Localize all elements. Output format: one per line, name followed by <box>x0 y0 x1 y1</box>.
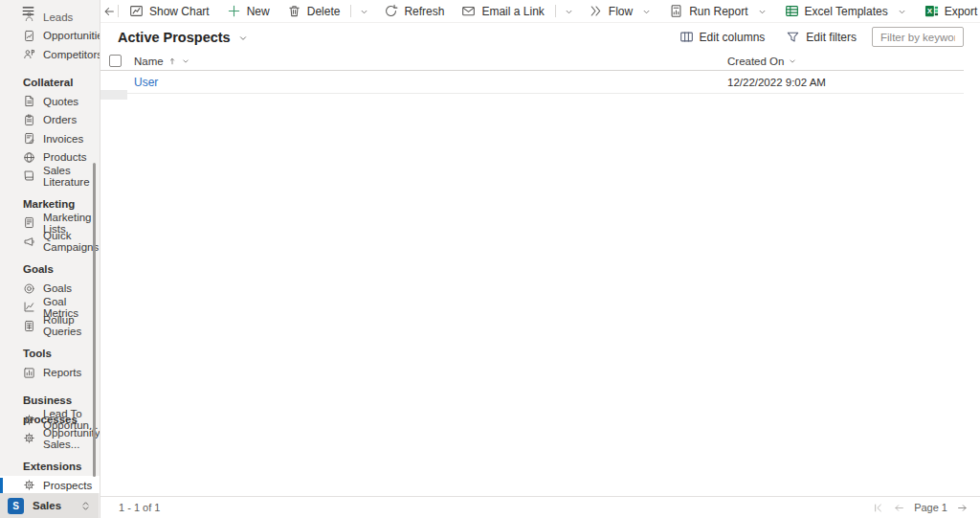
invoices-icon <box>23 132 35 145</box>
command-label: New <box>247 5 270 18</box>
status-bar: 1 - 1 of 1 Page 1 <box>100 496 980 518</box>
marketing-lists-icon <box>23 216 35 229</box>
process-gear-icon <box>23 432 35 444</box>
chevron-down-icon <box>564 7 574 17</box>
view-title-chevron-icon[interactable] <box>237 33 249 44</box>
opportunities-icon <box>23 30 35 42</box>
sidebar-group-header-extensions: Extensions <box>0 458 100 477</box>
sidebar-item-label: Leads <box>43 11 73 23</box>
select-all-checkbox[interactable] <box>109 55 122 67</box>
sidebar-item-label: Prospects <box>43 480 92 491</box>
email-link-icon <box>461 4 476 18</box>
delete-button[interactable]: Delete <box>278 0 349 22</box>
sidebar-item-orders[interactable]: Orders <box>0 111 100 130</box>
run-report-button[interactable]: Run Report <box>660 0 775 22</box>
edit-filters-label: Edit filters <box>806 31 857 44</box>
command-label: Delete <box>307 5 341 18</box>
sidebar-scrollbar-thumb[interactable] <box>93 163 96 477</box>
chevron-down-icon <box>359 7 369 17</box>
sidebar-item-quotes[interactable]: Quotes <box>0 92 100 111</box>
orders-icon <box>23 114 35 126</box>
sidebar-item-sales-literature[interactable]: Sales Literature <box>0 167 100 186</box>
excel-file-icon: X <box>924 4 939 18</box>
column-header-created-on[interactable]: Created On <box>727 51 797 71</box>
view-selector-bar: Active Prospects Edit columns Edit filte… <box>100 23 980 51</box>
view-title[interactable]: Active Prospects <box>118 30 231 45</box>
record-name-link[interactable]: User <box>134 71 158 94</box>
plus-icon <box>227 4 241 18</box>
first-page-icon[interactable] <box>872 502 884 514</box>
sidebar-item-quick-campaigns[interactable]: Quick Campaigns <box>0 233 100 252</box>
table-row[interactable]: User 12/22/2022 9:02 AM <box>100 71 964 94</box>
sidebar-item-label: Invoices <box>43 133 83 145</box>
sidebar-item-label: Quotes <box>43 96 78 107</box>
sidebar-item-opportunity-sales[interactable]: Opportunity Sales... <box>0 429 100 448</box>
filter-by-keyword-input[interactable] <box>872 27 964 47</box>
sidebar-item-opportunities[interactable]: Opportunities <box>0 27 100 46</box>
command-label: Show Chart <box>149 5 210 18</box>
back-arrow-icon <box>102 5 116 18</box>
edit-filters-button[interactable]: Edit filters <box>786 30 857 44</box>
flow-button[interactable]: Flow <box>580 0 660 22</box>
command-label: Run Report <box>689 5 747 18</box>
column-header-name[interactable]: Name <box>134 51 190 71</box>
command-label: Export to Excel <box>945 5 980 18</box>
chevron-down-icon <box>897 7 907 17</box>
edit-columns-button[interactable]: Edit columns <box>679 30 766 44</box>
grid-corner-shadow <box>100 90 127 100</box>
sidebar-item-label: Goals <box>43 282 72 294</box>
divider <box>118 5 119 17</box>
sidebar-item-label: Opportunity Sales... <box>43 427 100 450</box>
record-created-on: 12/22/2022 9:02 AM <box>727 71 826 94</box>
area-switcher-icon[interactable] <box>79 500 92 512</box>
email-a-link-dropdown-button[interactable] <box>558 0 580 22</box>
chevron-down-icon[interactable] <box>788 56 797 66</box>
chevron-down-icon[interactable] <box>181 56 190 66</box>
command-label: Excel Templates <box>805 5 888 18</box>
excel-templates-icon <box>785 4 799 18</box>
sidebar-item-prospects[interactable]: Prospects <box>0 476 100 493</box>
command-bar: Show ChartNewDeleteRefreshEmail a LinkFl… <box>100 0 980 23</box>
sidebar-item-invoices[interactable]: Invoices <box>0 129 100 148</box>
excel-templates-button[interactable]: Excel Templates <box>776 0 916 22</box>
rollup-queries-icon <box>23 320 35 332</box>
sidebar-item-label: Opportunities <box>43 30 100 41</box>
command-bar-buttons: Show ChartNewDeleteRefreshEmail a LinkFl… <box>121 0 980 22</box>
next-page-icon[interactable] <box>956 502 969 514</box>
refresh-button[interactable]: Refresh <box>375 0 453 22</box>
goal-metrics-icon <box>23 301 35 313</box>
process-gear-icon <box>23 479 35 491</box>
export-to-excel-button[interactable]: XExport to Excel <box>916 0 980 22</box>
sidebar-item-label: Sales Literature <box>43 165 100 188</box>
grid-header-row: Name Created On <box>100 51 964 71</box>
sales-literature-icon <box>23 169 35 182</box>
sidebar-item-label: Rollup Queries <box>43 314 100 337</box>
email-a-link-button[interactable]: Email a Link <box>453 0 552 22</box>
area-switcher[interactable]: S Sales <box>0 493 99 518</box>
record-count: 1 - 1 of 1 <box>119 502 160 513</box>
sidebar-item-reports[interactable]: Reports <box>0 364 100 383</box>
new-button[interactable]: New <box>218 0 278 22</box>
sitemap-sidebar: LeadsOpportunitiesCompetitorsCollateralQ… <box>0 0 100 518</box>
sidebar-item-label: Quick Campaigns <box>43 230 100 253</box>
sidebar-item-competitors[interactable]: Competitors <box>0 45 100 64</box>
app-name-label: Sales <box>33 500 61 511</box>
delete-dropdown-button[interactable] <box>353 0 375 22</box>
sidebar-group-header-collateral: Collateral <box>0 74 100 93</box>
command-label: Email a Link <box>481 5 544 18</box>
records-grid: Name Created On User 12/22/2022 9:02 AM <box>100 51 980 94</box>
competitors-icon <box>23 48 35 60</box>
trash-icon <box>287 4 301 18</box>
sort-ascending-icon <box>167 56 177 66</box>
sidebar-item-label: Competitors <box>43 49 100 60</box>
dynamics-crm-screen: LeadsOpportunitiesCompetitorsCollateralQ… <box>0 0 980 518</box>
divider <box>350 5 351 17</box>
sidebar-item-leads[interactable]: Leads <box>0 8 100 27</box>
sidebar-item-rollup-queries[interactable]: Rollup Queries <box>0 317 100 336</box>
edit-columns-icon <box>679 30 694 44</box>
show-chart-icon <box>129 4 144 18</box>
back-button[interactable] <box>102 0 116 22</box>
previous-page-icon[interactable] <box>893 502 905 514</box>
show-chart-button[interactable]: Show Chart <box>121 0 218 22</box>
refresh-icon <box>384 4 398 18</box>
